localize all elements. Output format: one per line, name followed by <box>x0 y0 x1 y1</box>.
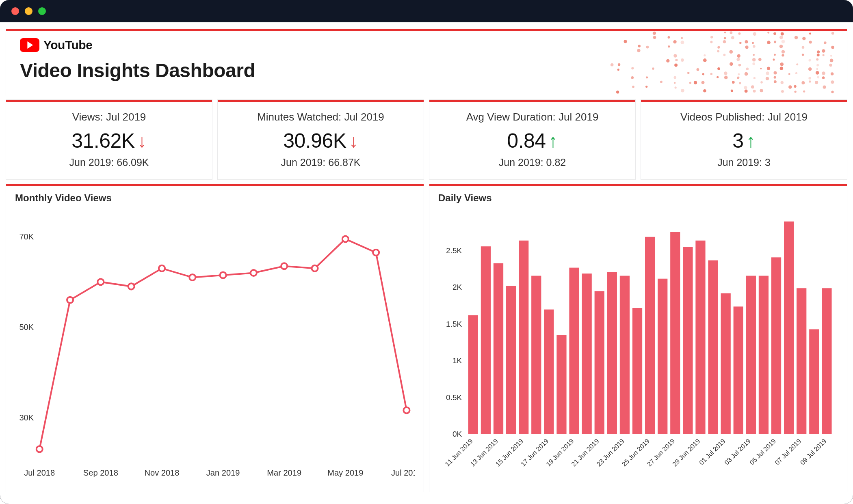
kpi-value: 0.84 <box>507 129 546 153</box>
kpi-value-row: 3 ↑ <box>732 129 755 153</box>
kpi-value-row: 30.96K ↓ <box>283 129 358 153</box>
kpi-card-views: Views: Jul 2019 31.62K ↓ Jun 2019: 66.09… <box>6 99 212 180</box>
accent-bar <box>429 184 847 186</box>
kpi-card-minutes: Minutes Watched: Jul 2019 30.96K ↓ Jun 2… <box>217 99 424 180</box>
bar-chart: 0K0.5K1K1.5K2K2.5K11 Jun 201913 Jun 2019… <box>438 209 838 485</box>
svg-text:05 Jul 2019: 05 Jul 2019 <box>748 437 777 466</box>
line-chart-card: Monthly Video Views 30K50K70KJul 2018Sep… <box>6 184 424 492</box>
svg-point-59 <box>738 32 740 35</box>
svg-text:70K: 70K <box>19 232 34 241</box>
svg-text:0K: 0K <box>452 430 462 438</box>
chart-title: Monthly Video Views <box>15 192 415 204</box>
kpi-card-published: Videos Published: Jul 2019 3 ↑ Jun 2019:… <box>641 99 847 180</box>
svg-text:Mar 2019: Mar 2019 <box>267 468 301 477</box>
svg-rect-179 <box>494 263 503 434</box>
accent-bar <box>218 100 424 102</box>
svg-rect-188 <box>607 272 617 434</box>
svg-point-156 <box>189 274 195 280</box>
svg-text:Jul 2019: Jul 2019 <box>391 468 415 477</box>
svg-text:1K: 1K <box>452 356 462 365</box>
svg-point-147 <box>831 91 834 93</box>
svg-text:07 Jul 2019: 07 Jul 2019 <box>773 437 802 466</box>
header-card: YouTube Video Insights Dashboard <box>6 29 847 96</box>
svg-rect-193 <box>670 232 680 434</box>
app-viewport: YouTube Video Insights Dashboard Views: … <box>0 22 853 504</box>
accent-bar <box>641 100 847 102</box>
window-titlebar <box>0 0 853 22</box>
window-minimize-button[interactable] <box>25 7 32 15</box>
kpi-title: Minutes Watched: Jul 2019 <box>257 111 384 123</box>
svg-text:30K: 30K <box>19 413 34 422</box>
accent-bar <box>429 100 635 102</box>
svg-point-85 <box>760 89 763 92</box>
svg-rect-198 <box>734 306 743 434</box>
svg-point-25 <box>674 82 676 84</box>
kpi-value: 3 <box>732 129 743 153</box>
svg-text:0.5K: 0.5K <box>446 393 462 402</box>
arrow-up-icon: ↑ <box>548 131 558 150</box>
svg-text:Jul 2018: Jul 2018 <box>24 468 55 477</box>
svg-text:2.5K: 2.5K <box>446 246 462 255</box>
svg-point-66 <box>739 82 741 84</box>
svg-rect-186 <box>582 274 592 434</box>
window-zoom-button[interactable] <box>38 7 46 15</box>
svg-point-58 <box>731 90 733 92</box>
chart-row: Monthly Video Views 30K50K70KJul 2018Sep… <box>6 184 847 492</box>
svg-point-161 <box>342 236 349 242</box>
svg-point-152 <box>67 297 73 303</box>
svg-text:Jan 2019: Jan 2019 <box>206 468 240 477</box>
svg-text:01 Jul 2019: 01 Jul 2019 <box>697 437 726 466</box>
kpi-value-row: 0.84 ↑ <box>507 129 557 153</box>
svg-point-53 <box>730 31 732 34</box>
svg-text:03 Jul 2019: 03 Jul 2019 <box>723 437 752 466</box>
svg-rect-197 <box>721 293 731 434</box>
svg-rect-191 <box>645 237 655 434</box>
svg-point-160 <box>312 265 318 271</box>
svg-text:Sep 2018: Sep 2018 <box>83 468 118 477</box>
svg-point-109 <box>788 85 792 89</box>
svg-rect-205 <box>822 288 831 434</box>
svg-point-30 <box>681 89 684 93</box>
svg-point-39 <box>703 89 706 93</box>
svg-point-142 <box>830 55 832 57</box>
kpi-comparison: Jun 2019: 3 <box>717 157 771 168</box>
svg-point-13 <box>653 32 656 35</box>
svg-point-157 <box>220 272 226 278</box>
svg-point-118 <box>801 81 805 84</box>
svg-point-21 <box>673 54 677 57</box>
arrow-down-icon: ↓ <box>137 131 147 150</box>
svg-rect-203 <box>797 288 806 434</box>
svg-text:May 2019: May 2019 <box>327 468 363 477</box>
svg-text:50K: 50K <box>19 323 34 332</box>
browser-window: YouTube Video Insights Dashboard Views: … <box>0 0 853 504</box>
kpi-title: Avg View Duration: Jul 2019 <box>466 111 599 123</box>
svg-rect-202 <box>784 222 794 434</box>
svg-rect-183 <box>544 310 554 434</box>
svg-text:1.5K: 1.5K <box>446 320 462 328</box>
svg-text:09 Jul 2019: 09 Jul 2019 <box>799 437 827 466</box>
kpi-title: Views: Jul 2019 <box>72 111 146 123</box>
svg-point-113 <box>794 85 796 88</box>
svg-rect-180 <box>506 286 516 434</box>
svg-rect-201 <box>771 257 781 434</box>
svg-rect-189 <box>620 276 630 434</box>
svg-point-98 <box>781 32 784 35</box>
svg-point-162 <box>373 250 379 256</box>
svg-rect-182 <box>531 276 541 434</box>
bar-chart-card: Daily Views 0K0.5K1K1.5K2K2.5K11 Jun 201… <box>429 184 847 492</box>
brand-name: YouTube <box>43 38 92 52</box>
svg-point-72 <box>745 90 748 93</box>
accent-bar <box>6 100 212 102</box>
svg-point-32 <box>689 82 691 84</box>
line-chart-body: 30K50K70KJul 2018Sep 2018Nov 2018Jan 201… <box>15 209 415 485</box>
svg-rect-185 <box>569 268 579 434</box>
window-close-button[interactable] <box>11 7 19 15</box>
kpi-value: 30.96K <box>283 129 346 153</box>
svg-point-163 <box>403 407 409 413</box>
svg-rect-184 <box>556 335 566 434</box>
svg-point-12 <box>645 86 647 88</box>
svg-point-159 <box>281 263 287 269</box>
svg-rect-195 <box>695 241 705 434</box>
line-chart: 30K50K70KJul 2018Sep 2018Nov 2018Jan 201… <box>15 209 415 485</box>
svg-text:2K: 2K <box>452 283 462 291</box>
